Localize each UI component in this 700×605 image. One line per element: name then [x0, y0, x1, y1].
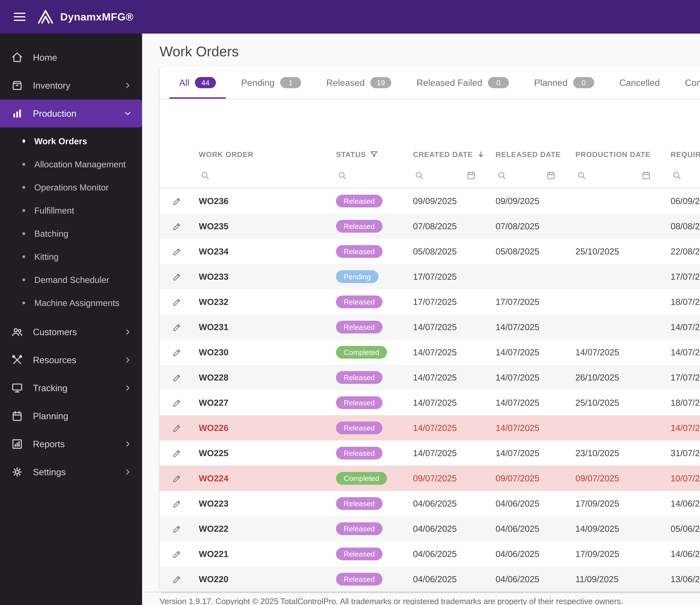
table-row-wo230[interactable]: WO230 Completed 14/07/2025 14/07/2025 14… [159, 340, 700, 365]
work-order-id: WO234 [199, 246, 336, 257]
filter-calendar-icon[interactable] [466, 171, 476, 180]
tab-cancelled[interactable]: Cancelled [609, 67, 670, 99]
column-header-created-date[interactable]: CREATED DATE [413, 150, 496, 159]
table-row-wo227[interactable]: WO227 Released 14/07/2025 14/07/2025 25/… [159, 390, 700, 415]
edit-row-button[interactable] [172, 372, 182, 383]
sidebar-item-home[interactable]: Home [0, 43, 142, 71]
work-order-id: WO230 [199, 347, 336, 357]
required-by-date: 18/07/2025 [671, 397, 700, 408]
tab-released-failed[interactable]: Released Failed 0 [407, 67, 519, 99]
tab-completed[interactable]: Completed [675, 67, 700, 99]
status-badge: Released [336, 245, 382, 258]
column-header-production-date[interactable]: PRODUCTION DATE [575, 150, 671, 159]
sidebar-subitem-batching[interactable]: Batching [0, 222, 142, 245]
tab-released[interactable]: Released 19 [317, 67, 401, 99]
created-date: 14/07/2025 [413, 397, 496, 408]
chevron-right-icon [123, 328, 132, 337]
filter-search-icon[interactable] [497, 171, 507, 180]
edit-row-button[interactable] [172, 549, 182, 559]
hamburger-menu-button[interactable] [12, 10, 27, 24]
sidebar-subitem-machine-assignments[interactable]: Machine Assignments [0, 291, 142, 314]
edit-row-button[interactable] [172, 423, 182, 433]
work-order-id: WO232 [199, 297, 336, 307]
main-content: Work Orders All 44 Pending 1 Released 19… [142, 33, 700, 605]
table-row-wo221[interactable]: WO221 Released 04/06/2025 04/06/2025 17/… [159, 541, 700, 566]
status-badge: Completed [336, 472, 387, 485]
table-row-wo223[interactable]: WO223 Released 04/06/2025 04/06/2025 17/… [159, 491, 700, 516]
sidebar-item-inventory[interactable]: Inventory [0, 71, 142, 99]
edit-row-button[interactable] [172, 448, 182, 458]
work-order-id: WO222 [199, 524, 336, 534]
table-row-wo233[interactable]: WO233 Pending 17/07/2025 17/07/2025 Medi… [159, 264, 700, 289]
table-row-wo226[interactable]: WO226 Released 14/07/2025 14/07/2025 14/… [159, 415, 700, 440]
edit-row-button[interactable] [172, 524, 182, 534]
edit-row-button[interactable] [172, 196, 182, 206]
released-date: 14/07/2025 [496, 372, 575, 383]
work-orders-card: All 44 Pending 1 Released 19 Released Fa… [159, 67, 700, 592]
table-row-wo222[interactable]: WO222 Released 04/06/2025 04/06/2025 14/… [159, 516, 700, 541]
tab-pending[interactable]: Pending 1 [231, 67, 311, 99]
sidebar-subitem-operations-monitor[interactable]: Operations Monitor [0, 176, 142, 199]
chevron-down-icon [123, 109, 132, 118]
table-row-wo232[interactable]: WO232 Released 17/07/2025 17/07/2025 18/… [159, 289, 700, 314]
filter-calendar-icon[interactable] [641, 171, 651, 180]
edit-row-button[interactable] [172, 498, 182, 509]
sidebar-item-tracking[interactable]: Tracking [0, 374, 142, 402]
tab-count-badge: 1 [280, 77, 301, 88]
sidebar-subitem-work-orders[interactable]: Work Orders [0, 129, 142, 153]
required-by-date: 17/07/2025 [671, 372, 700, 383]
sidebar-item-settings[interactable]: Settings [0, 458, 142, 486]
tab-all[interactable]: All 44 [169, 67, 226, 99]
table-row-wo220[interactable]: WO220 Released 04/06/2025 04/06/2025 11/… [159, 566, 700, 592]
released-date: 17/07/2025 [496, 297, 575, 307]
sidebar-item-planning[interactable]: Planning [0, 402, 142, 430]
column-header-status[interactable]: STATUS [336, 150, 413, 159]
sidebar-subitem-allocation-management[interactable]: Allocation Management [0, 153, 142, 176]
sidebar-subitem-kitting[interactable]: Kitting [0, 245, 142, 268]
table-row-wo235[interactable]: WO235 Released 07/08/2025 07/08/2025 08/… [159, 214, 700, 239]
filter-search-icon[interactable] [577, 171, 586, 180]
brand-logo[interactable]: DynamxMFG® [36, 8, 133, 26]
edit-row-button[interactable] [172, 271, 182, 282]
edit-row-button[interactable] [172, 473, 182, 484]
column-header-released-date[interactable]: RELEASED DATE [496, 150, 575, 159]
filter-search-icon[interactable] [672, 171, 682, 180]
work-order-id: WO233 [199, 271, 336, 282]
production-date: 17/09/2025 [575, 499, 671, 509]
edit-row-button[interactable] [172, 297, 182, 307]
work-order-id: WO228 [199, 372, 336, 383]
filter-calendar-icon[interactable] [546, 171, 556, 180]
column-header-required-by[interactable]: REQUIRED BY [671, 150, 700, 159]
column-header-work-order[interactable]: WORK ORDER [199, 150, 336, 159]
created-date: 09/09/2025 [413, 196, 496, 206]
edit-row-button[interactable] [172, 322, 182, 332]
sidebar-subitem-demand-scheduler[interactable]: Demand Scheduler [0, 268, 142, 291]
table-row-wo224[interactable]: WO224 Completed 09/07/2025 09/07/2025 09… [159, 466, 700, 491]
filter-search-icon[interactable] [415, 171, 424, 180]
status-badge: Pending [336, 270, 378, 283]
edit-row-button[interactable] [172, 397, 182, 408]
sidebar-item-resources[interactable]: Resources [0, 346, 142, 374]
edit-row-button[interactable] [172, 574, 182, 584]
work-order-id: WO226 [199, 423, 336, 433]
edit-row-button[interactable] [172, 347, 182, 358]
table-row-wo234[interactable]: WO234 Released 05/08/2025 05/08/2025 25/… [159, 239, 700, 264]
sidebar-subitem-fulfillment[interactable]: Fulfillment [0, 199, 142, 222]
pencil-icon [172, 347, 182, 358]
sidebar-item-customers[interactable]: Customers [0, 318, 142, 346]
required-by-date: 22/08/2025 [671, 246, 700, 257]
work-order-id: WO223 [199, 499, 336, 509]
table-row-wo236[interactable]: WO236 Released 09/09/2025 09/09/2025 06/… [159, 188, 700, 214]
sidebar: Home Inventory Production Work Orders Al… [0, 33, 142, 605]
table-row-wo228[interactable]: WO228 Released 14/07/2025 14/07/2025 26/… [159, 365, 700, 390]
filter-search-icon[interactable] [338, 171, 347, 180]
sidebar-item-production[interactable]: Production [0, 99, 142, 127]
tab-planned[interactable]: Planned 0 [524, 67, 604, 99]
pencil-icon [172, 271, 182, 282]
edit-row-button[interactable] [172, 221, 182, 232]
filter-search-icon[interactable] [200, 171, 210, 180]
edit-row-button[interactable] [172, 246, 182, 257]
table-row-wo225[interactable]: WO225 Released 14/07/2025 14/07/2025 23/… [159, 440, 700, 466]
sidebar-item-reports[interactable]: Reports [0, 430, 142, 458]
table-row-wo231[interactable]: WO231 Released 14/07/2025 14/07/2025 14/… [159, 314, 700, 340]
